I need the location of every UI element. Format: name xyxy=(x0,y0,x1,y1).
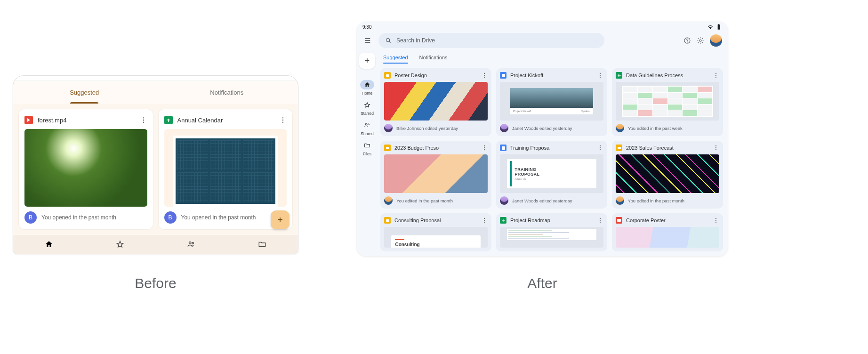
svg-point-12 xyxy=(366,123,368,125)
activity-text: Janet Woods edited yesterday xyxy=(512,126,572,131)
file-title: 2023 Budget Preso xyxy=(394,145,439,151)
home-icon xyxy=(45,240,53,249)
svg-point-40 xyxy=(715,222,716,223)
file-thumbnail xyxy=(384,154,488,193)
svg-point-14 xyxy=(484,73,485,74)
svg-point-17 xyxy=(600,73,601,74)
more-icon[interactable] xyxy=(140,116,147,124)
tab-suggested[interactable]: Suggested xyxy=(383,52,408,63)
help-button[interactable] xyxy=(683,37,691,44)
svg-point-23 xyxy=(484,145,485,146)
file-card[interactable]: Annual Calendar B You opened in the past… xyxy=(159,109,293,229)
docs-file-icon xyxy=(500,72,506,79)
people-icon xyxy=(187,240,195,249)
activity-text: Janet Woods edited yesterday xyxy=(512,198,572,203)
more-icon[interactable] xyxy=(597,217,603,224)
file-card[interactable]: 2023 Budget Preso You edited in the past… xyxy=(380,141,491,209)
before-tabs: Suggested Notifications xyxy=(13,81,298,104)
nav-files[interactable] xyxy=(227,240,298,249)
file-card[interactable]: Project Kickoff Project KickoffCymbal Ja… xyxy=(496,68,607,136)
more-icon[interactable] xyxy=(279,116,287,124)
file-title: Poster Design xyxy=(394,72,427,78)
settings-button[interactable] xyxy=(697,37,704,44)
before-card-grid: forest.mp4 B You opened in the past mont… xyxy=(13,104,298,235)
slides-file-icon xyxy=(384,72,391,79)
new-button[interactable]: + xyxy=(359,53,375,69)
gear-icon xyxy=(697,37,704,44)
more-icon[interactable] xyxy=(481,145,488,151)
svg-point-5 xyxy=(282,121,283,122)
hamburger-icon xyxy=(364,37,371,44)
activity-text: You edited in the past month xyxy=(628,198,684,203)
more-icon[interactable] xyxy=(713,72,719,79)
file-card[interactable]: Data Guidelines Process xyxy=(612,68,723,136)
rail-label: Starred xyxy=(361,111,374,116)
new-fab-button[interactable]: + xyxy=(271,210,289,229)
after-screenshot: 9:30 Search in Drive + Home xyxy=(357,22,728,256)
activity-text: You opened in the past month xyxy=(181,214,256,221)
svg-point-25 xyxy=(484,149,485,150)
svg-point-18 xyxy=(600,75,601,76)
profile-avatar[interactable] xyxy=(710,34,722,47)
svg-point-35 xyxy=(600,218,601,219)
svg-point-32 xyxy=(484,218,485,219)
more-icon[interactable] xyxy=(713,217,719,224)
rail-files[interactable]: Files xyxy=(360,141,374,156)
svg-point-4 xyxy=(282,120,283,121)
svg-point-31 xyxy=(715,149,716,150)
file-card[interactable]: Poster Design Billie Johnson edited yest… xyxy=(380,68,491,136)
activity-text: You edited in the past month xyxy=(396,198,453,203)
tab-notifications[interactable]: Notifications xyxy=(419,52,448,63)
svg-point-29 xyxy=(715,145,716,146)
avatar xyxy=(500,124,508,132)
rail-starred[interactable]: Starred xyxy=(360,100,374,116)
docs-file-icon xyxy=(500,145,506,151)
search-input[interactable]: Search in Drive xyxy=(378,33,604,48)
menu-button[interactable] xyxy=(362,37,373,44)
more-icon[interactable] xyxy=(597,72,603,79)
file-thumbnail xyxy=(616,82,719,121)
svg-point-1 xyxy=(143,120,144,121)
svg-point-30 xyxy=(715,147,716,148)
more-icon[interactable] xyxy=(597,145,603,151)
help-icon xyxy=(683,37,691,44)
more-icon[interactable] xyxy=(481,217,488,224)
svg-point-38 xyxy=(715,218,716,219)
activity-text: Billie Johnson edited yesterday xyxy=(396,126,458,131)
file-card[interactable]: Training Proposal TRAININGPROPOSALAbout … xyxy=(496,141,607,209)
file-card[interactable]: forest.mp4 B You opened in the past mont… xyxy=(19,109,153,229)
folder-icon xyxy=(364,142,370,149)
sheets-file-icon xyxy=(164,116,173,124)
activity-text: You opened in the past month xyxy=(41,214,116,221)
nav-shared[interactable] xyxy=(156,240,227,249)
more-icon[interactable] xyxy=(713,145,719,151)
after-tabs: Suggested Notifications xyxy=(380,50,723,64)
tab-notifications[interactable]: Notifications xyxy=(156,81,298,104)
file-card[interactable]: Project Roadmap xyxy=(496,213,607,251)
rail-label: Home xyxy=(362,91,373,96)
rail-shared[interactable]: Shared xyxy=(360,121,374,136)
file-card[interactable]: Consulting Proposal Consulting xyxy=(380,213,491,251)
nav-home[interactable] xyxy=(13,240,84,249)
activity-text: You edited in the past week xyxy=(628,126,683,131)
file-card[interactable]: 2023 Sales Forecast You edited in the pa… xyxy=(612,141,723,209)
svg-point-39 xyxy=(715,220,716,221)
file-title: forest.mp4 xyxy=(38,117,66,124)
svg-point-26 xyxy=(600,145,601,146)
file-thumbnail xyxy=(500,227,603,248)
people-icon xyxy=(364,122,370,129)
star-icon xyxy=(116,240,124,249)
file-thumbnail: TRAININGPROPOSALAbout us xyxy=(500,154,603,193)
folder-icon xyxy=(258,240,266,249)
slides-file-icon xyxy=(384,145,391,151)
rail-label: Shared xyxy=(361,131,373,136)
tab-suggested[interactable]: Suggested xyxy=(13,81,156,104)
avatar xyxy=(500,196,508,205)
svg-point-21 xyxy=(715,75,716,76)
rail-home[interactable]: Home xyxy=(360,80,374,96)
file-card[interactable]: Corporate Poster xyxy=(612,213,723,251)
svg-point-11 xyxy=(699,40,701,41)
more-icon[interactable] xyxy=(481,72,488,79)
nav-starred[interactable] xyxy=(84,240,155,249)
file-title: Data Guidelines Process xyxy=(626,72,683,78)
